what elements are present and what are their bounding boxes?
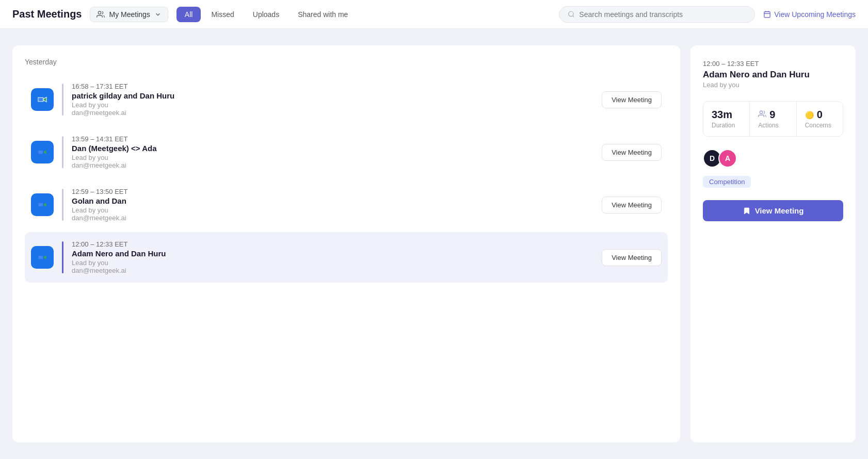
list-item[interactable]: 12:59 – 13:50 EET Golan and Dan Lead by …: [25, 179, 668, 230]
stat-actions-label: Actions: [758, 122, 787, 129]
meeting-title: Dan (Meetgeek) <> Ada: [72, 144, 593, 153]
meeting-title: Adam Nero and Dan Huru: [72, 249, 593, 258]
search-bar[interactable]: [559, 6, 755, 23]
meeting-lead: Lead by you: [72, 154, 593, 161]
meeting-title: Golan and Dan: [72, 196, 593, 205]
people-icon: [758, 110, 766, 120]
meetings-panel: Yesterday 16:58 – 17:31 EET patrick gild…: [12, 45, 680, 442]
stat-duration: 33m Duration: [703, 102, 750, 136]
svg-point-1: [569, 11, 573, 16]
list-item[interactable]: 13:59 – 14:31 EET Dan (Meetgeek) <> Ada …: [25, 127, 668, 177]
tab-all[interactable]: All: [176, 7, 201, 22]
view-upcoming-label: View Upcoming Meetings: [774, 10, 856, 19]
selected-bar: [62, 241, 63, 273]
svg-point-0: [99, 11, 101, 14]
view-meeting-button[interactable]: View Meeting: [602, 249, 662, 266]
google-meet-icon: [36, 198, 49, 211]
chevron-down-icon: [154, 11, 162, 18]
google-meet-icon: [36, 93, 49, 106]
view-meeting-button[interactable]: View Meeting: [602, 144, 662, 161]
selected-bar: [62, 84, 63, 116]
tab-bar: All Missed Uploads Shared with me: [176, 7, 357, 22]
detail-view-meeting-button[interactable]: View Meeting: [703, 200, 843, 221]
meeting-icon: [31, 246, 54, 269]
tab-missed[interactable]: Missed: [203, 7, 242, 22]
detail-stats: 33m Duration 9 Actions: [703, 101, 843, 137]
svg-rect-8: [38, 98, 43, 102]
meeting-time: 12:00 – 12:33 EET: [72, 240, 593, 248]
svg-rect-3: [764, 12, 770, 18]
meeting-email: dan@meetgeek.ai: [72, 214, 593, 222]
selected-bar: [62, 136, 63, 168]
stat-duration-value: 33m: [712, 109, 741, 121]
meeting-info: 12:00 – 12:33 EET Adam Nero and Dan Huru…: [72, 240, 593, 274]
svg-rect-12: [38, 203, 43, 207]
stat-actions: 9 Actions: [750, 102, 796, 136]
main-content: Yesterday 16:58 – 17:31 EET patrick gild…: [0, 29, 868, 459]
meeting-icon: [31, 193, 54, 216]
list-item[interactable]: 16:58 – 17:31 EET patrick gilday and Dan…: [25, 74, 668, 125]
bookmark-icon: [743, 207, 751, 215]
detail-panel: 12:00 – 12:33 EET Adam Nero and Dan Huru…: [690, 45, 856, 442]
avatar: A: [718, 149, 737, 168]
view-meeting-button[interactable]: View Meeting: [602, 91, 662, 108]
meeting-lead: Lead by you: [72, 206, 593, 214]
page-title: Past Meetings: [12, 8, 82, 20]
google-meet-icon: [36, 251, 49, 264]
meeting-icon: [31, 141, 54, 163]
tab-uploads[interactable]: Uploads: [245, 7, 287, 22]
my-meetings-dropdown[interactable]: My Meetings: [90, 7, 168, 22]
meeting-info: 16:58 – 17:31 EET patrick gilday and Dan…: [72, 83, 593, 117]
search-input[interactable]: [579, 10, 746, 19]
detail-time: 12:00 – 12:33 EET: [703, 60, 843, 68]
view-meeting-button[interactable]: View Meeting: [602, 196, 662, 214]
meeting-email: dan@meetgeek.ai: [72, 267, 593, 274]
meeting-lead: Lead by you: [72, 101, 593, 109]
calendar-icon: [763, 10, 771, 18]
stat-concerns-label: Concerns: [805, 122, 834, 129]
meeting-time: 16:58 – 17:31 EET: [72, 83, 593, 90]
meeting-email: dan@meetgeek.ai: [72, 161, 593, 169]
people-icon: [97, 10, 105, 19]
detail-title: Adam Nero and Dan Huru: [703, 70, 843, 80]
my-meetings-label: My Meetings: [109, 10, 150, 19]
search-icon: [568, 10, 575, 18]
stat-concerns-value: 🟡 0: [805, 109, 834, 121]
stat-duration-label: Duration: [712, 122, 741, 129]
meeting-title: patrick gilday and Dan Huru: [72, 91, 593, 100]
avatar-group: D A: [703, 149, 843, 168]
meeting-time: 13:59 – 14:31 EET: [72, 135, 593, 143]
stat-concerns: 🟡 0 Concerns: [797, 102, 843, 136]
svg-rect-10: [38, 151, 43, 154]
meeting-lead: Lead by you: [72, 259, 593, 267]
view-upcoming-link[interactable]: View Upcoming Meetings: [763, 10, 856, 19]
detail-view-btn-label: View Meeting: [755, 206, 804, 215]
header: Past Meetings My Meetings All Missed Upl…: [0, 0, 868, 29]
svg-line-2: [573, 15, 574, 17]
concern-icon: 🟡: [805, 111, 814, 119]
meeting-info: 12:59 – 13:50 EET Golan and Dan Lead by …: [72, 188, 593, 222]
competition-tag[interactable]: Competition: [703, 176, 751, 188]
detail-lead: Lead by you: [703, 81, 843, 89]
svg-point-15: [760, 111, 763, 113]
selected-bar: [62, 189, 63, 221]
tab-shared[interactable]: Shared with me: [290, 7, 356, 22]
meeting-info: 13:59 – 14:31 EET Dan (Meetgeek) <> Ada …: [72, 135, 593, 169]
svg-rect-14: [38, 256, 43, 259]
section-label: Yesterday: [25, 58, 668, 66]
list-item[interactable]: 12:00 – 12:33 EET Adam Nero and Dan Huru…: [25, 232, 668, 283]
google-meet-icon: [36, 145, 49, 159]
meeting-time: 12:59 – 13:50 EET: [72, 188, 593, 195]
meeting-icon: [31, 88, 54, 111]
stat-actions-value: 9: [758, 109, 787, 121]
meeting-email: dan@meetgeek.ai: [72, 109, 593, 117]
